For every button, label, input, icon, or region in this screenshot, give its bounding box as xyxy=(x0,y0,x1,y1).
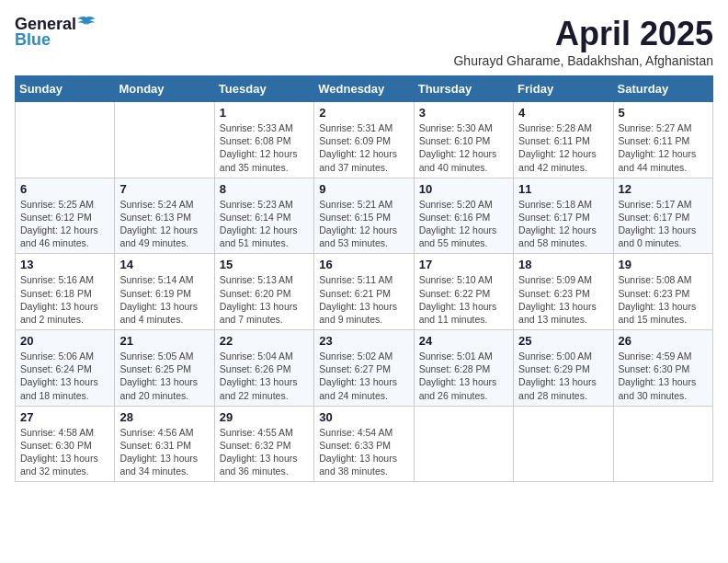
day-number: 13 xyxy=(20,258,109,271)
day-info: Sunrise: 5:28 AM Sunset: 6:11 PM Dayligh… xyxy=(518,121,608,174)
calendar-cell: 30Sunrise: 4:54 AM Sunset: 6:33 PM Dayli… xyxy=(314,406,414,482)
calendar-cell: 6Sunrise: 5:25 AM Sunset: 6:12 PM Daylig… xyxy=(16,178,115,254)
calendar-week-row: 20Sunrise: 5:06 AM Sunset: 6:24 PM Dayli… xyxy=(16,330,713,407)
calendar-cell: 10Sunrise: 5:20 AM Sunset: 6:16 PM Dayli… xyxy=(414,178,513,254)
day-number: 10 xyxy=(419,182,508,196)
day-info: Sunrise: 5:27 AM Sunset: 6:11 PM Dayligh… xyxy=(619,121,708,174)
day-number: 15 xyxy=(220,258,309,271)
day-info: Sunrise: 5:04 AM Sunset: 6:26 PM Dayligh… xyxy=(220,350,309,402)
day-number: 14 xyxy=(119,258,209,271)
day-number: 21 xyxy=(119,334,209,348)
calendar-cell xyxy=(16,102,115,178)
day-info: Sunrise: 5:30 AM Sunset: 6:10 PM Dayligh… xyxy=(419,121,508,174)
calendar-cell: 4Sunrise: 5:28 AM Sunset: 6:11 PM Daylig… xyxy=(514,102,613,178)
day-info: Sunrise: 5:23 AM Sunset: 6:14 PM Dayligh… xyxy=(220,198,309,250)
day-number: 30 xyxy=(319,410,408,424)
calendar-cell: 11Sunrise: 5:18 AM Sunset: 6:17 PM Dayli… xyxy=(514,178,613,254)
calendar-cell: 19Sunrise: 5:08 AM Sunset: 6:23 PM Dayli… xyxy=(613,254,712,330)
day-info: Sunrise: 5:31 AM Sunset: 6:09 PM Dayligh… xyxy=(319,121,408,174)
weekday-header: Wednesday xyxy=(314,76,414,102)
calendar-cell: 8Sunrise: 5:23 AM Sunset: 6:14 PM Daylig… xyxy=(214,178,313,254)
day-number: 4 xyxy=(518,106,608,120)
title-block: April 2025 Ghurayd Gharame, Badakhshan, … xyxy=(453,15,713,68)
day-number: 28 xyxy=(119,410,209,424)
calendar-cell: 13Sunrise: 5:16 AM Sunset: 6:18 PM Dayli… xyxy=(16,254,115,330)
day-info: Sunrise: 4:58 AM Sunset: 6:30 PM Dayligh… xyxy=(20,426,109,478)
location-title: Ghurayd Gharame, Badakhshan, Afghanistan xyxy=(453,53,713,68)
calendar-cell xyxy=(115,102,214,178)
calendar-cell: 7Sunrise: 5:24 AM Sunset: 6:13 PM Daylig… xyxy=(115,178,214,254)
calendar-cell xyxy=(514,406,613,482)
day-info: Sunrise: 5:18 AM Sunset: 6:17 PM Dayligh… xyxy=(518,198,608,250)
day-info: Sunrise: 4:54 AM Sunset: 6:33 PM Dayligh… xyxy=(319,426,408,478)
calendar-cell: 27Sunrise: 4:58 AM Sunset: 6:30 PM Dayli… xyxy=(16,406,115,482)
day-info: Sunrise: 5:20 AM Sunset: 6:16 PM Dayligh… xyxy=(419,198,508,250)
calendar-cell: 20Sunrise: 5:06 AM Sunset: 6:24 PM Dayli… xyxy=(16,330,115,407)
page-header: General Blue April 2025 Ghurayd Gharame,… xyxy=(15,15,713,68)
calendar-cell: 15Sunrise: 5:13 AM Sunset: 6:20 PM Dayli… xyxy=(214,254,313,330)
day-info: Sunrise: 4:55 AM Sunset: 6:32 PM Dayligh… xyxy=(220,426,309,478)
weekday-header-row: SundayMondayTuesdayWednesdayThursdayFrid… xyxy=(16,76,713,102)
calendar-week-row: 13Sunrise: 5:16 AM Sunset: 6:18 PM Dayli… xyxy=(16,254,713,330)
day-number: 3 xyxy=(419,106,508,120)
calendar-cell: 24Sunrise: 5:01 AM Sunset: 6:28 PM Dayli… xyxy=(414,330,513,407)
calendar-cell: 5Sunrise: 5:27 AM Sunset: 6:11 PM Daylig… xyxy=(613,102,712,178)
logo-bird-icon xyxy=(77,16,96,30)
day-number: 29 xyxy=(220,410,309,424)
day-info: Sunrise: 5:08 AM Sunset: 6:23 PM Dayligh… xyxy=(619,273,708,326)
day-number: 26 xyxy=(619,334,708,348)
day-number: 5 xyxy=(619,106,708,120)
day-info: Sunrise: 5:33 AM Sunset: 6:08 PM Dayligh… xyxy=(220,121,309,174)
day-number: 23 xyxy=(319,334,408,348)
day-number: 7 xyxy=(119,182,209,196)
logo-blue-text: Blue xyxy=(15,30,51,50)
calendar-table: SundayMondayTuesdayWednesdayThursdayFrid… xyxy=(15,75,713,482)
day-number: 24 xyxy=(419,334,508,348)
day-info: Sunrise: 5:10 AM Sunset: 6:22 PM Dayligh… xyxy=(419,273,508,326)
day-number: 8 xyxy=(220,182,309,196)
weekday-header: Tuesday xyxy=(214,76,313,102)
calendar-week-row: 27Sunrise: 4:58 AM Sunset: 6:30 PM Dayli… xyxy=(16,406,713,482)
calendar-cell: 14Sunrise: 5:14 AM Sunset: 6:19 PM Dayli… xyxy=(115,254,214,330)
day-number: 2 xyxy=(319,106,408,120)
calendar-cell: 12Sunrise: 5:17 AM Sunset: 6:17 PM Dayli… xyxy=(613,178,712,254)
day-number: 12 xyxy=(619,182,708,196)
day-info: Sunrise: 5:17 AM Sunset: 6:17 PM Dayligh… xyxy=(619,198,708,250)
day-number: 18 xyxy=(518,258,608,271)
weekday-header: Thursday xyxy=(414,76,513,102)
day-info: Sunrise: 5:00 AM Sunset: 6:29 PM Dayligh… xyxy=(518,350,608,402)
day-info: Sunrise: 5:14 AM Sunset: 6:19 PM Dayligh… xyxy=(119,273,209,326)
calendar-cell: 25Sunrise: 5:00 AM Sunset: 6:29 PM Dayli… xyxy=(514,330,613,407)
calendar-cell: 29Sunrise: 4:55 AM Sunset: 6:32 PM Dayli… xyxy=(214,406,313,482)
calendar-cell: 18Sunrise: 5:09 AM Sunset: 6:23 PM Dayli… xyxy=(514,254,613,330)
day-info: Sunrise: 5:09 AM Sunset: 6:23 PM Dayligh… xyxy=(518,273,608,326)
calendar-cell: 16Sunrise: 5:11 AM Sunset: 6:21 PM Dayli… xyxy=(314,254,414,330)
calendar-cell xyxy=(414,406,513,482)
calendar-cell xyxy=(613,406,712,482)
day-info: Sunrise: 4:59 AM Sunset: 6:30 PM Dayligh… xyxy=(619,350,708,402)
day-number: 11 xyxy=(518,182,608,196)
day-info: Sunrise: 5:06 AM Sunset: 6:24 PM Dayligh… xyxy=(20,350,109,402)
logo: General Blue xyxy=(15,15,96,50)
day-info: Sunrise: 5:21 AM Sunset: 6:15 PM Dayligh… xyxy=(319,198,408,250)
day-info: Sunrise: 4:56 AM Sunset: 6:31 PM Dayligh… xyxy=(119,426,209,478)
calendar-cell: 1Sunrise: 5:33 AM Sunset: 6:08 PM Daylig… xyxy=(214,102,313,178)
day-number: 25 xyxy=(518,334,608,348)
day-number: 27 xyxy=(20,410,109,424)
day-number: 19 xyxy=(619,258,708,271)
calendar-week-row: 1Sunrise: 5:33 AM Sunset: 6:08 PM Daylig… xyxy=(16,102,713,178)
calendar-cell: 2Sunrise: 5:31 AM Sunset: 6:09 PM Daylig… xyxy=(314,102,414,178)
day-info: Sunrise: 5:13 AM Sunset: 6:20 PM Dayligh… xyxy=(220,273,309,326)
calendar-cell: 9Sunrise: 5:21 AM Sunset: 6:15 PM Daylig… xyxy=(314,178,414,254)
day-number: 17 xyxy=(419,258,508,271)
calendar-week-row: 6Sunrise: 5:25 AM Sunset: 6:12 PM Daylig… xyxy=(16,178,713,254)
day-info: Sunrise: 5:11 AM Sunset: 6:21 PM Dayligh… xyxy=(319,273,408,326)
weekday-header: Monday xyxy=(115,76,214,102)
day-info: Sunrise: 5:25 AM Sunset: 6:12 PM Dayligh… xyxy=(20,198,109,250)
day-number: 16 xyxy=(319,258,408,271)
calendar-cell: 26Sunrise: 4:59 AM Sunset: 6:30 PM Dayli… xyxy=(613,330,712,407)
day-number: 1 xyxy=(220,106,309,120)
calendar-cell: 17Sunrise: 5:10 AM Sunset: 6:22 PM Dayli… xyxy=(414,254,513,330)
month-title: April 2025 xyxy=(453,15,713,53)
calendar-cell: 21Sunrise: 5:05 AM Sunset: 6:25 PM Dayli… xyxy=(115,330,214,407)
